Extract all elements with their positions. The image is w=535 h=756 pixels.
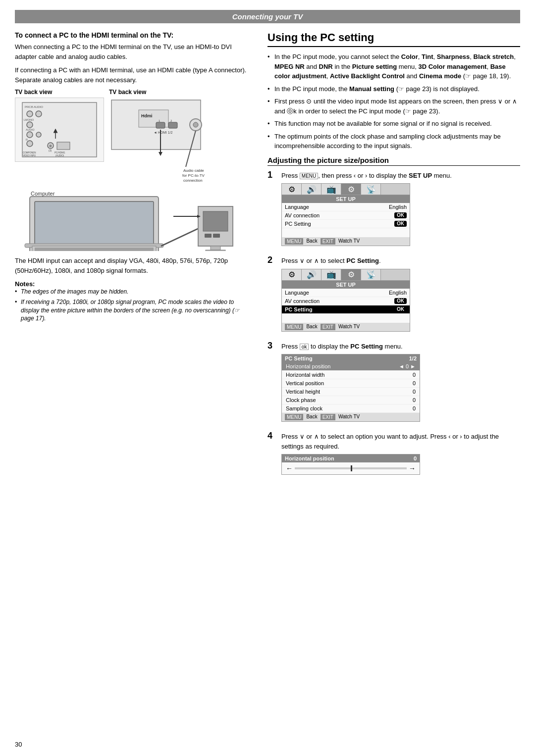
svg-point-7 [27,132,33,138]
svg-rect-50 [211,246,220,250]
svg-rect-48 [205,234,212,238]
step-3-num: 3 [268,341,277,351]
step-2-num: 2 [268,255,277,265]
svg-text:◄ HDMI 1/2: ◄ HDMI 1/2 [154,131,173,134]
step-1: 1 Press MENU, then press ‹ or › to displ… [268,171,520,250]
menu-btn-2: MENU [285,324,303,330]
pc-row-vheight: Vertical height 0 [282,388,420,396]
menu-tab-icon2: 🔊 [302,184,321,195]
svg-text:R: R [26,138,28,141]
left-para3: The HDMI input can accept and display VG… [15,256,253,275]
menu-row-lang-2: Language English [282,289,410,297]
left-column: To connect a PC to the HDMI terminal on … [15,31,253,482]
pc-row-clock: Clock phase 0 [282,396,420,404]
menu-spacer-2 [282,314,410,323]
hpos-label: Horizontal position [285,455,334,461]
menu-tab2-icon1: ⚙ [282,269,302,280]
menu-tab-icon5: 📡 [361,184,381,195]
svg-rect-18 [57,142,70,150]
menu-row-av-2: AV connection OK [282,297,410,305]
right-section-title: Using the PC setting [268,31,520,47]
svg-point-31 [193,122,198,127]
exit-btn-1: EXIT [321,238,335,245]
menu-footer-1: MENU Back EXIT Watch TV [282,237,410,246]
step-4: 4 Press ∨ or ∧ to select an option you w… [268,432,520,475]
tv-back-label-2: TV back view [109,89,218,96]
svg-text:(3): (3) [49,149,52,152]
step-2: 2 Press ∨ or ∧ to select PC Setting. ⚙ 🔊… [268,256,520,335]
menu-tab-icon1: ⚙ [282,184,302,195]
ok-badge-av-1: OK [394,212,407,218]
menu-header-1: SET UP [282,195,410,203]
menu-header-2: SET UP [282,281,410,289]
notes-list: The edges of the images may be hidden. I… [15,288,253,323]
tv-back-view-left: TV back view PRCB AUDIO LMONO AUDIO [15,89,104,162]
svg-text:COMPONEN: COMPONEN [23,151,36,154]
computer-diagram: Computer [15,167,243,251]
note-item-1: The edges of the images may be hidden. [15,288,253,296]
ok-badge-pc-1: OK [394,221,407,227]
svg-rect-47 [203,211,228,231]
menu-tab2-icon4: ⚙ [341,269,361,280]
tv-diagram-left: PRCB AUDIO LMONO AUDIO R COMPONEN [15,98,104,162]
note-item-2: If receiving a 720p, 1080i, or 1080p sig… [15,298,253,323]
menu-footer-2: MENU Back EXIT Watch TV [282,323,410,331]
menu-tab2-icon2: 🔊 [302,269,321,280]
svg-text:Hdmi: Hdmi [141,113,153,118]
bullet-2: First press ⊙ until the video input mode… [268,97,520,116]
step-4-content: Press ∨ or ∧ to select an option you wan… [281,432,520,475]
svg-text:(AUDIO): (AUDIO) [55,154,64,157]
svg-marker-29 [159,152,162,156]
menu-tab-icon4: ⚙ [341,184,361,195]
main-content: To connect a PC to the HDMI terminal on … [15,31,520,482]
ok-badge-av-2: OK [394,298,407,304]
slider-thumb [351,465,352,471]
menu-box-2: ⚙ 🔊 📺 ⚙ 📡 SET UP Language English A [281,269,410,332]
tv-back-view-right: TV back view Hdmi ◄ HDMI 1/2 [109,89,218,162]
exit-btn-3: EXIT [321,414,335,420]
svg-text:Computer: Computer [31,191,55,197]
svg-rect-51 [206,250,225,251]
svg-text:AUDIO: AUDIO [26,128,35,131]
step-4-text: Press ∨ or ∧ to select an option you wan… [281,432,520,451]
menu-row-lang-1: Language English [282,203,410,211]
step-2-content: Press ∨ or ∧ to select PC Setting. ⚙ 🔊 📺… [281,256,520,335]
tv-ports-svg: PRCB AUDIO LMONO AUDIO R COMPONEN [20,100,99,159]
left-para1: When connecting a PC to the HDMI termina… [15,42,253,61]
svg-text:PC/HDMI1: PC/HDMI1 [54,151,65,154]
menu-tabs-2: ⚙ 🔊 📺 ⚙ 📡 [282,269,410,281]
pc-setting-box: PC Setting 1/2 Horizontal position ◄ 0 ►… [281,354,420,422]
svg-point-10 [27,141,33,147]
menu-tab2-icon3: 📺 [321,269,341,280]
page-number: 30 [15,741,22,748]
svg-rect-23 [156,122,165,128]
tv-back-label-1: TV back view [15,89,104,96]
hpos-header: Horizontal position 0 [282,454,420,462]
svg-point-8 [36,132,41,137]
menu-tabs-1: ⚙ 🔊 📺 ⚙ 📡 [282,184,410,195]
header-title: Connecting your TV [232,12,303,21]
pc-row-hpos: Horizontal position ◄ 0 ► [282,362,420,371]
pc-setting-title: PC Setting [285,355,313,361]
header-bar: Connecting your TV [15,10,520,23]
menu-row-pc-2-highlighted: PC Setting OK [282,305,410,314]
hpos-box: Horizontal position 0 ← → [281,454,420,475]
tv-back-views: TV back view PRCB AUDIO LMONO AUDIO [15,89,253,162]
step-3: 3 Press ok to display the PC Setting men… [268,342,520,425]
hpos-value: 0 [414,455,417,461]
step-3-content: Press ok to display the PC Setting menu.… [281,342,520,425]
ok-badge-pc-2: OK [394,306,407,312]
intro-bullets: In the PC input mode, you cannot select … [268,52,520,151]
tv-diagram-right-wrap: Hdmi ◄ HDMI 1/2 1 2 [109,98,218,162]
notes-section: Notes: The edges of the images may be hi… [15,280,253,323]
arrow-right-icon: → [409,464,416,472]
bullet-0: In the PC input mode, you cannot select … [268,52,520,81]
menu-box-1: ⚙ 🔊 📺 ⚙ 📡 SET UP Language English A [281,183,410,246]
bullet-1: In the PC input mode, the Manual setting… [268,84,520,94]
hpos-slider-row: ← → [282,462,420,474]
pc-setting-header: PC Setting 1/2 [282,354,420,362]
svg-text:⊕: ⊕ [49,144,52,148]
computer-svg: Computer [15,167,243,251]
adj-title: Adjusting the picture size/position [268,156,520,166]
bullet-3: This function may not be available for s… [268,119,520,129]
